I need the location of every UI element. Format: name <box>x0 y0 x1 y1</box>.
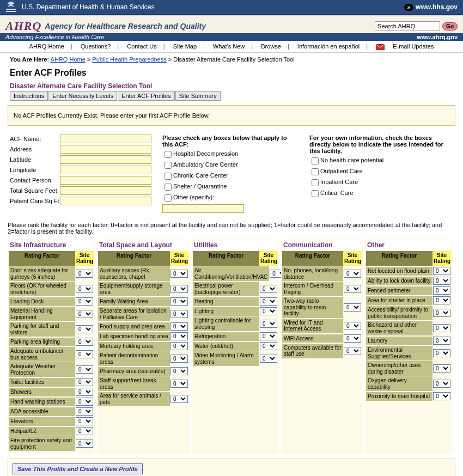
use-check-checkbox[interactable] <box>312 179 319 186</box>
use-check-checkbox[interactable] <box>312 168 319 175</box>
use-check-item[interactable]: Critical Care <box>309 188 446 199</box>
acf-check-item[interactable]: Chronic Care Center <box>162 171 298 181</box>
tab-summary[interactable]: Site Summary <box>175 91 221 101</box>
nav-item[interactable]: Información en español <box>294 43 363 50</box>
field-input-5[interactable] <box>60 186 151 195</box>
rating-select[interactable]: 012 <box>433 380 450 388</box>
rating-select[interactable]: 012 <box>260 297 277 306</box>
rating-select[interactable]: 012 <box>260 320 277 328</box>
factor-row: Fenced perimeter012 <box>366 285 451 295</box>
acf-check-item[interactable]: Hospital Decompression <box>162 149 298 160</box>
rating-select[interactable]: 012 <box>344 270 361 278</box>
field-input-4[interactable] <box>60 176 151 185</box>
rating-select[interactable]: 012 <box>344 334 361 343</box>
field-input-1[interactable] <box>60 145 151 154</box>
rating-select[interactable]: 012 <box>344 347 361 355</box>
rating-select[interactable]: 012 <box>170 380 188 388</box>
acf-check-checkbox[interactable] <box>165 151 172 158</box>
factor-row: Elevators012 <box>9 416 94 426</box>
other-specify-input[interactable] <box>162 204 244 213</box>
acf-check-checkbox[interactable] <box>165 162 172 169</box>
rating-select[interactable]: 012 <box>433 364 450 373</box>
breadcrumb-link[interactable]: AHRQ Home <box>51 56 86 63</box>
search-input[interactable] <box>375 21 440 31</box>
rating-select[interactable]: 012 <box>260 285 277 293</box>
acf-check-checkbox[interactable] <box>165 184 172 191</box>
rating-select[interactable]: 012 <box>260 355 277 363</box>
rating-select[interactable]: 012 <box>433 337 450 345</box>
use-check-item[interactable]: Outpatient Care <box>309 167 446 177</box>
rating-select[interactable]: 012 <box>170 342 188 350</box>
rating-select[interactable]: 012 <box>433 392 450 400</box>
rating-select[interactable]: 012 <box>433 267 450 275</box>
factor-name: Computers available for staff use <box>282 344 343 358</box>
nav-item[interactable]: Browse <box>258 43 284 50</box>
field-input-6[interactable] <box>60 197 151 205</box>
field-input-3[interactable] <box>60 166 151 174</box>
rating-select[interactable]: 012 <box>76 417 93 425</box>
factor-name: Floors (OK for wheeled stretchers) <box>9 282 75 296</box>
col-hdr-site: Site Rating <box>343 251 362 266</box>
rating-select[interactable]: 012 <box>433 286 450 295</box>
rating-select[interactable]: 012 <box>260 342 277 350</box>
rating-select[interactable]: 012 <box>76 398 93 406</box>
rating-select[interactable]: 012 <box>170 310 188 318</box>
rating-select[interactable]: 012 <box>76 338 93 346</box>
rating-select[interactable]: 012 <box>433 296 450 304</box>
acf-check-item[interactable]: Other (specify): <box>162 193 298 203</box>
rating-select[interactable]: 012 <box>76 427 93 435</box>
rating-select[interactable]: 012 <box>76 407 93 416</box>
save-button[interactable]: Save This Profile and Create a New Profi… <box>13 463 143 474</box>
nav-item[interactable]: Site Map <box>170 43 200 50</box>
acf-check-checkbox[interactable] <box>165 173 172 180</box>
nav-item[interactable]: What's New <box>210 43 248 50</box>
rating-select[interactable]: 012 <box>170 355 188 363</box>
nav-item[interactable]: AHRQ Home <box>26 43 68 50</box>
rating-select[interactable]: 012 <box>260 332 277 340</box>
rating-select[interactable]: 012 <box>76 270 93 278</box>
rating-select[interactable]: 012 <box>76 285 93 293</box>
rating-select[interactable]: 012 <box>76 350 93 358</box>
rating-select[interactable]: 012 <box>170 322 188 331</box>
nav-item[interactable]: Questions? <box>77 43 114 50</box>
rating-select[interactable]: 012 <box>76 297 93 306</box>
rating-select[interactable]: 012 <box>76 325 93 333</box>
rating-select[interactable]: 012 <box>260 307 277 315</box>
rating-select[interactable]: 012 <box>76 440 93 448</box>
factor-row: Fire protection safety and equipment012 <box>9 436 94 451</box>
rating-select[interactable]: 012 <box>170 332 188 340</box>
breadcrumb-link[interactable]: Public Health Preparedness <box>92 56 166 63</box>
rating-select[interactable]: 012 <box>433 277 450 285</box>
acf-check-item[interactable]: Shelter / Quarantine <box>162 182 298 192</box>
rating-select[interactable]: 012 <box>433 324 450 332</box>
rating-select[interactable]: 012 <box>76 388 93 396</box>
tab-necessity[interactable]: Enter Necessity Levels <box>48 91 117 101</box>
tab-instructions[interactable]: Instructions <box>10 91 48 101</box>
rating-select[interactable]: 012 <box>170 395 188 403</box>
hhs-link[interactable]: » www.hhs.gov <box>404 3 463 11</box>
rating-select[interactable]: 012 <box>76 310 93 318</box>
go-button[interactable]: Go <box>442 22 458 30</box>
use-check-item[interactable]: No health care potential <box>309 156 446 166</box>
rating-select[interactable]: 012 <box>76 378 93 386</box>
acf-check-item[interactable]: Ambulatory Care Center <box>162 160 298 170</box>
rating-select[interactable]: 012 <box>170 270 188 278</box>
rating-select[interactable]: 012 <box>170 367 188 375</box>
tab-profiles[interactable]: Enter ACF Profiles <box>118 91 174 101</box>
rating-select[interactable]: 012 <box>344 322 361 330</box>
rating-select[interactable]: 012 <box>170 297 188 306</box>
rating-select[interactable]: 012 <box>433 309 450 317</box>
nav-item[interactable]: Contact Us <box>124 43 160 50</box>
field-input-2[interactable] <box>60 155 151 164</box>
rating-select[interactable]: 012 <box>433 349 450 357</box>
use-check-checkbox[interactable] <box>312 190 319 197</box>
use-check-item[interactable]: Inpatient Care <box>309 178 446 188</box>
rating-select[interactable]: 012 <box>76 365 93 374</box>
use-check-checkbox[interactable] <box>312 157 319 164</box>
rating-select[interactable]: 012 <box>170 285 188 293</box>
rating-select[interactable]: 012 <box>344 303 361 312</box>
acf-check-checkbox[interactable] <box>165 194 172 202</box>
rating-select[interactable]: 012 <box>344 285 361 293</box>
field-input-0[interactable] <box>60 135 151 143</box>
nav-email[interactable]: E-mail Updates <box>389 43 437 50</box>
